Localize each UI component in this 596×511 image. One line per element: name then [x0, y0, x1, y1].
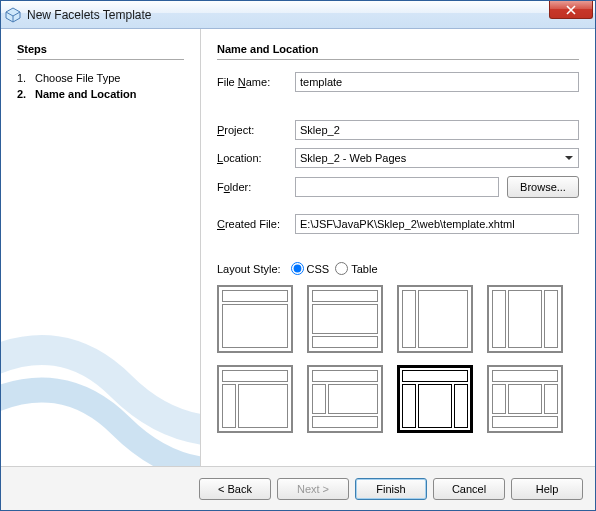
created-file-label: Created File: [217, 218, 295, 230]
help-button[interactable]: Help [511, 478, 583, 500]
layout-option[interactable] [217, 365, 293, 433]
table-radio[interactable]: Table [335, 262, 377, 275]
created-file-input [295, 214, 579, 234]
divider [17, 59, 184, 60]
layout-grid [217, 285, 579, 433]
folder-row: Folder: Browse... [217, 176, 579, 198]
project-label: Project: [217, 124, 295, 136]
created-file-row: Created File: [217, 214, 579, 234]
layout-option[interactable] [307, 285, 383, 353]
main-panel: Name and Location File Name: Project: Lo… [201, 29, 595, 466]
close-button[interactable] [549, 1, 593, 19]
step-item: 1.Choose File Type [17, 70, 184, 86]
finish-button[interactable]: Finish [355, 478, 427, 500]
project-row: Project: [217, 120, 579, 140]
file-name-row: File Name: [217, 72, 579, 92]
cancel-button[interactable]: Cancel [433, 478, 505, 500]
location-label: Location: [217, 152, 295, 164]
layout-option[interactable] [217, 285, 293, 353]
divider [217, 59, 579, 60]
layout-option[interactable] [397, 365, 473, 433]
file-name-label: File Name: [217, 76, 295, 88]
steps-heading: Steps [17, 43, 184, 55]
step-item: 2.Name and Location [17, 86, 184, 102]
panel-heading: Name and Location [217, 43, 579, 55]
layout-option[interactable] [487, 285, 563, 353]
steps-sidebar: Steps 1.Choose File Type 2.Name and Loca… [1, 29, 201, 466]
location-combo[interactable]: Sklep_2 - Web Pages [295, 148, 579, 168]
location-row: Location: Sklep_2 - Web Pages [217, 148, 579, 168]
css-radio[interactable]: CSS [291, 262, 330, 275]
window-title: New Facelets Template [27, 8, 152, 22]
browse-button[interactable]: Browse... [507, 176, 579, 198]
file-name-input[interactable] [295, 72, 579, 92]
dialog-footer: < Back Next > Finish Cancel Help [1, 466, 595, 510]
table-radio-input[interactable] [335, 262, 348, 275]
dialog-window: New Facelets Template Steps 1.Choose Fil… [0, 0, 596, 511]
chevron-down-icon [561, 150, 576, 166]
app-icon [5, 7, 21, 23]
titlebar[interactable]: New Facelets Template [1, 1, 595, 29]
css-radio-input[interactable] [291, 262, 304, 275]
dialog-body: Steps 1.Choose File Type 2.Name and Loca… [1, 29, 595, 466]
back-button[interactable]: < Back [199, 478, 271, 500]
project-input [295, 120, 579, 140]
steps-list: 1.Choose File Type 2.Name and Location [17, 70, 184, 102]
location-value: Sklep_2 - Web Pages [300, 152, 406, 164]
layout-option[interactable] [307, 365, 383, 433]
layout-option[interactable] [487, 365, 563, 433]
layout-option[interactable] [397, 285, 473, 353]
layout-style-label: Layout Style: [217, 263, 281, 275]
folder-label: Folder: [217, 181, 295, 193]
layout-style-row: Layout Style: CSS Table [217, 262, 579, 275]
next-button: Next > [277, 478, 349, 500]
folder-input[interactable] [295, 177, 499, 197]
